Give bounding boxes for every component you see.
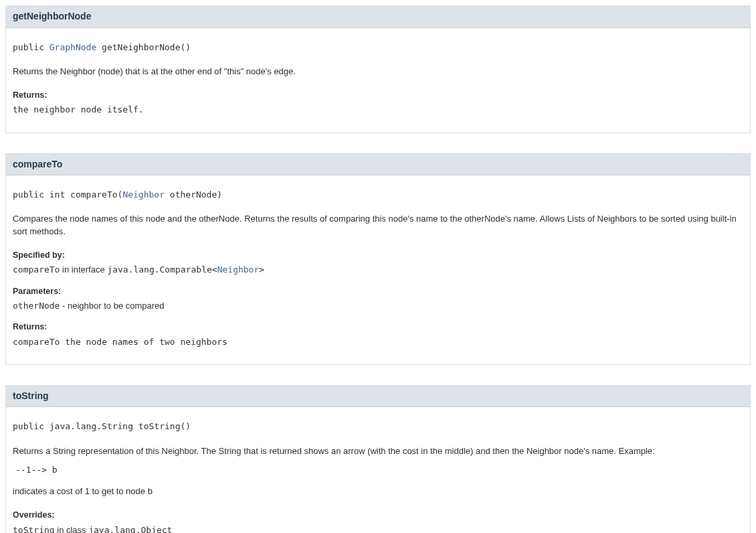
specified-by-text: compareTo in interface java.lang.Compara…	[13, 264, 743, 276]
spec-post: >	[259, 264, 264, 275]
returns-label: Returns:	[13, 90, 743, 102]
sig-text: public java.lang.String toString()	[13, 421, 191, 431]
method-signature: public GraphNode getNeighborNode()	[13, 42, 743, 54]
method-description: Returns the Neighbor (node) that is at t…	[13, 66, 743, 78]
method-body: public int compareTo(Neighbor otherNode)…	[6, 175, 750, 364]
method-header: getNeighborNode	[6, 6, 750, 28]
method-description-2: indicates a cost of 1 to get to node b	[13, 485, 743, 498]
param-name: otherNode	[13, 301, 60, 311]
method-block: getNeighborNode public GraphNode getNeig…	[5, 5, 751, 133]
sig-text: otherNode)	[165, 189, 222, 200]
spec-method: compareTo	[13, 264, 60, 275]
method-name: toString	[13, 390, 49, 401]
overrides-text: toString in class java.lang.Object	[13, 524, 743, 533]
override-in: in class	[55, 525, 89, 533]
example-code: --1--> b	[15, 464, 743, 476]
spec-in: in interface	[60, 264, 107, 275]
method-description: Compares the node names of this node and…	[13, 213, 743, 237]
method-signature: public java.lang.String toString()	[13, 421, 743, 433]
method-header: toString	[6, 386, 750, 408]
parameters-label: Parameters:	[13, 286, 743, 298]
method-block: toString public java.lang.String toStrin…	[5, 385, 751, 533]
type-link[interactable]: GraphNode	[50, 42, 96, 52]
method-body: public java.lang.String toString() Retur…	[6, 407, 750, 533]
method-body: public GraphNode getNeighborNode() Retur…	[6, 28, 750, 133]
returns-text: compareTo the node names of two neighbor…	[13, 336, 743, 348]
method-block: compareTo public int compareTo(Neighbor …	[5, 153, 751, 365]
override-method: toString	[13, 525, 55, 533]
type-link[interactable]: Neighbor	[217, 264, 260, 275]
sig-text: public	[13, 42, 50, 52]
method-description: Returns a String representation of this …	[13, 445, 743, 457]
param-desc: - neighbor to be compared	[60, 301, 164, 311]
parameter-text: otherNode - neighbor to be compared	[13, 300, 743, 312]
method-name: getNeighborNode	[13, 11, 91, 21]
overrides-label: Overrides:	[13, 510, 743, 522]
type-link[interactable]: Neighbor	[122, 189, 165, 200]
sig-text: getNeighborNode()	[96, 42, 191, 52]
spec-iface: java.lang.Comparable<	[107, 264, 217, 275]
method-signature: public int compareTo(Neighbor otherNode)	[13, 189, 743, 201]
sig-text: public int compareTo(	[13, 189, 122, 200]
method-header: compareTo	[6, 154, 750, 176]
specified-by-label: Specified by:	[13, 250, 743, 262]
method-name: compareTo	[13, 159, 62, 169]
override-class: java.lang.Object	[88, 525, 172, 533]
returns-label: Returns:	[13, 321, 743, 333]
returns-text: the neighbor node itself.	[13, 104, 743, 116]
